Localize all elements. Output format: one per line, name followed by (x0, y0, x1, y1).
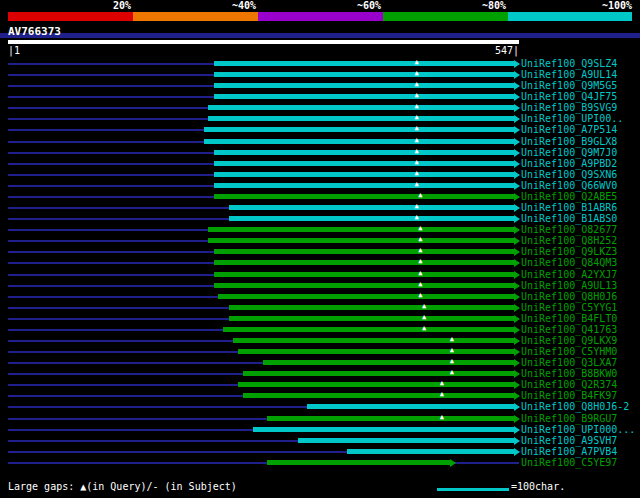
hit-label[interactable]: UniRef100_Q84QM3 (521, 257, 617, 268)
hit-arrow-icon (514, 115, 520, 123)
hit-label[interactable]: UniRef100_A7P514 (521, 124, 617, 135)
hit-label[interactable]: UniRef100_B4FK97 (521, 390, 617, 401)
hit-bar[interactable] (229, 216, 514, 221)
hit-bar[interactable] (229, 205, 514, 210)
hit-label[interactable]: UniRef100_Q41763 (521, 324, 617, 335)
hit-label[interactable]: UniRef100_A7PVB4 (521, 446, 617, 457)
hit-bar[interactable] (243, 371, 514, 376)
hit-bar[interactable] (243, 393, 514, 398)
hit-label[interactable]: UniRef100_UPI00.. (521, 113, 623, 124)
hit-label[interactable]: UniRef100_Q9LKX9 (521, 335, 617, 346)
hit-row: ▲UniRef100_Q4JF75 (0, 91, 640, 102)
scale-segment-80 (383, 12, 508, 21)
hit-label[interactable]: UniRef100_Q3LXA7 (521, 357, 617, 368)
hit-label[interactable]: UniRef100_B9SVG9 (521, 102, 617, 113)
hit-row: ▲UniRef100_Q41763 (0, 324, 640, 335)
hit-row: ▲UniRef100_B9SVG9 (0, 102, 640, 113)
hit-arrow-icon (514, 381, 520, 389)
hit-arrow-icon (514, 82, 520, 90)
hit-label[interactable]: UniRef100_C5YE97 (521, 457, 617, 468)
hit-label[interactable]: UniRef100_Q9M7J0 (521, 147, 617, 158)
gap-marker-icon: ▲ (422, 302, 426, 311)
hit-bar[interactable] (214, 150, 514, 155)
hit-label[interactable]: UniRef100_Q9M5G5 (521, 80, 617, 91)
hit-bar[interactable] (214, 94, 514, 99)
hit-label[interactable]: UniRef100_Q8H0J6-2 (521, 401, 629, 412)
hit-bar[interactable] (214, 194, 514, 199)
hit-bar[interactable] (208, 105, 514, 110)
hit-bar[interactable] (263, 360, 514, 365)
hit-bar[interactable] (204, 127, 514, 132)
hit-arrow-icon (514, 215, 520, 223)
hit-bar[interactable] (238, 349, 514, 354)
hit-label[interactable]: UniRef100_O82677 (521, 224, 617, 235)
hit-label[interactable]: UniRef100_Q2ABE5 (521, 191, 617, 202)
hit-arrow-icon (514, 193, 520, 201)
hit-arrow-icon (514, 138, 520, 146)
hit-bar[interactable] (347, 449, 514, 454)
hit-label[interactable]: UniRef100_Q2R374 (521, 379, 617, 390)
hit-bar[interactable] (214, 172, 514, 177)
hit-arrow-icon (514, 415, 520, 423)
hit-label[interactable]: UniRef100_A9PBD2 (521, 158, 617, 169)
hit-bar[interactable] (208, 238, 514, 243)
hit-label[interactable]: UniRef100_B1ABR6 (521, 202, 617, 213)
gap-marker-icon: ▲ (450, 335, 454, 344)
ruler-start-label: |1 (8, 45, 20, 56)
hit-bar[interactable] (307, 404, 514, 409)
gap-marker-icon: ▲ (440, 413, 444, 422)
hit-bar[interactable] (204, 139, 514, 144)
hit-bar[interactable] (214, 272, 514, 277)
hit-bar[interactable] (214, 161, 514, 166)
hit-bar[interactable] (214, 72, 514, 77)
hit-label[interactable]: UniRef100_C5YHM0 (521, 346, 617, 357)
hit-row: ▲UniRef100_Q2ABE5 (0, 191, 640, 202)
hit-label[interactable]: UniRef100_A9UL13 (521, 280, 617, 291)
hit-label[interactable]: UniRef100_Q9LKZ3 (521, 246, 617, 257)
hit-label[interactable]: UniRef100_A9SVH7 (521, 435, 617, 446)
hit-arrow-icon (514, 259, 520, 267)
hit-label[interactable]: UniRef100_Q8H0J6 (521, 291, 617, 302)
hit-bar[interactable] (267, 460, 450, 465)
hit-label[interactable]: UniRef100_Q4JF75 (521, 91, 617, 102)
hit-label[interactable]: UniRef100_A9UL14 (521, 69, 617, 80)
hit-bar[interactable] (223, 327, 514, 332)
hit-arrow-icon (514, 71, 520, 79)
hit-bar[interactable] (267, 416, 514, 421)
hit-bar[interactable] (214, 283, 514, 288)
hit-label[interactable]: UniRef100_Q9SXN6 (521, 169, 617, 180)
hit-label[interactable]: UniRef100_Q8H252 (521, 235, 617, 246)
hit-bar[interactable] (208, 116, 514, 121)
hit-label[interactable]: UniRef100_B9RGU7 (521, 413, 617, 424)
hit-label[interactable]: UniRef100_B8BKW0 (521, 368, 617, 379)
hit-label[interactable]: UniRef100_Q66WV0 (521, 180, 617, 191)
hit-bar[interactable] (214, 61, 514, 66)
hit-arrow-icon (514, 403, 520, 411)
hit-arrow-icon (514, 304, 520, 312)
hit-bar[interactable] (229, 316, 514, 321)
hit-label[interactable]: UniRef100_Q9SLZ4 (521, 58, 617, 69)
gap-marker-icon: ▲ (450, 357, 454, 366)
hit-bar[interactable] (214, 183, 514, 188)
hit-bar[interactable] (238, 382, 514, 387)
hit-bar[interactable] (208, 227, 514, 232)
scale-label-40: ~40% (133, 0, 256, 11)
hit-bar[interactable] (253, 427, 514, 432)
hit-bar[interactable] (233, 338, 514, 343)
hit-label[interactable]: UniRef100_A2YXJ7 (521, 269, 617, 280)
hit-bar[interactable] (218, 294, 514, 299)
hit-bar[interactable] (229, 305, 514, 310)
hit-label[interactable]: UniRef100_UPI000... (521, 424, 635, 435)
gap-marker-icon: ▲ (418, 269, 422, 278)
hit-label[interactable]: UniRef100_B1ABS0 (521, 213, 617, 224)
gap-marker-icon: ▲ (415, 124, 419, 133)
hit-label[interactable]: UniRef100_C5YYG1 (521, 302, 617, 313)
hit-label[interactable]: UniRef100_B9GLX8 (521, 136, 617, 147)
hit-arrow-icon (514, 370, 520, 378)
hit-bar[interactable] (214, 249, 514, 254)
hit-bar[interactable] (214, 260, 514, 265)
hit-bar[interactable] (214, 83, 514, 88)
hit-arrow-icon (514, 182, 520, 190)
hit-label[interactable]: UniRef100_B4FLT0 (521, 313, 617, 324)
hit-bar[interactable] (298, 438, 514, 443)
